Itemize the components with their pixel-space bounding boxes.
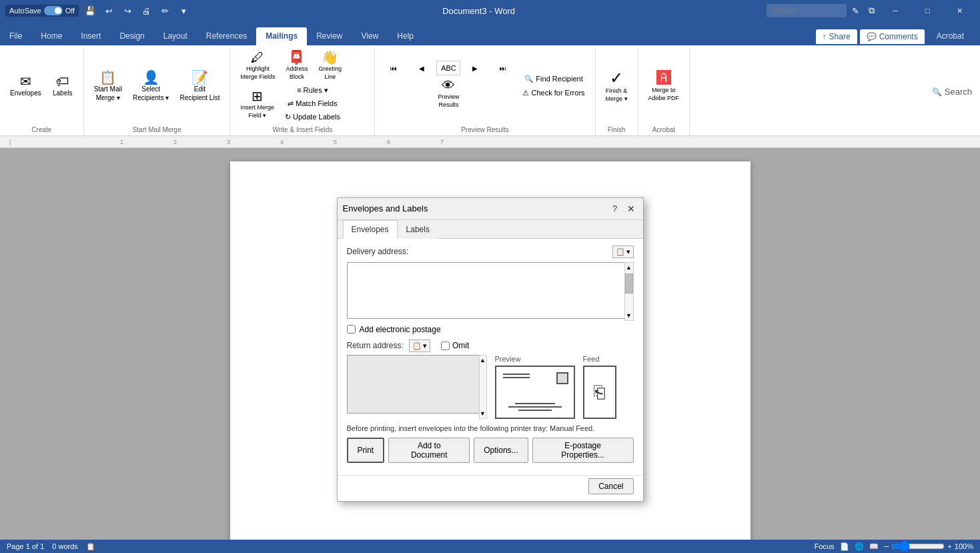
addr-line-1	[515, 403, 555, 404]
tab-insert[interactable]: Insert	[71, 27, 110, 45]
comments-button[interactable]: 💬Comments	[860, 29, 925, 44]
return-line-2	[503, 377, 530, 378]
redo-icon[interactable]: ↪	[120, 3, 135, 18]
return-preview-area: ▲ ▼ Preview	[347, 355, 634, 419]
pen-icon[interactable]: ✎	[848, 3, 863, 18]
titlebar-search-input[interactable]	[767, 4, 847, 17]
return-address-input[interactable]	[347, 355, 487, 414]
start-mail-merge-buttons: 📋 Start Mail Merge ▾ 👤 Select Recipients…	[89, 48, 225, 123]
next-button[interactable]: ▶	[462, 61, 488, 75]
dialog-close-button[interactable]: ✕	[624, 202, 638, 215]
restore-icon[interactable]: ⧉	[864, 3, 879, 18]
highlight-merge-icon: 🖊	[251, 51, 264, 64]
delivery-address-input[interactable]	[347, 262, 634, 319]
tab-layout[interactable]: Layout	[154, 27, 197, 45]
update-labels-button[interactable]: ↻ Update Labels	[280, 111, 345, 123]
close-button[interactable]: ✕	[944, 0, 975, 21]
print-button[interactable]: Print	[347, 438, 385, 463]
tab-view[interactable]: View	[352, 27, 388, 45]
address-block-button[interactable]: 📮 Address Block	[281, 48, 312, 83]
tab-home[interactable]: Home	[31, 27, 71, 45]
dialog-overlay: Envelopes and Labels ? ✕ Envelopes Label…	[0, 148, 980, 550]
dialog-body: Delivery address: 📋 ▾ ▲	[338, 239, 643, 475]
tab-acrobat[interactable]: Acrobat	[927, 27, 973, 45]
save-icon[interactable]: 💾	[83, 3, 97, 18]
return-scroll-down[interactable]: ▼	[478, 409, 488, 418]
check-errors-button[interactable]: ⚠ Check for Errors	[518, 87, 589, 99]
return-scroll-up[interactable]: ▲	[478, 356, 488, 365]
stamp-area	[556, 372, 568, 384]
preview-section: Preview	[495, 355, 575, 419]
scroll-thumb[interactable]	[625, 273, 633, 294]
greeting-line-button[interactable]: 👋 Greeting Line	[314, 48, 347, 83]
search-label[interactable]: Search	[945, 87, 972, 97]
insert-merge-field-button[interactable]: ⊞ Insert Merge Field ▾	[235, 87, 279, 121]
tab-file[interactable]: File	[0, 27, 31, 45]
touch-icon[interactable]: ✏	[157, 3, 172, 18]
e-postage-button[interactable]: E-postage Properties...	[532, 438, 634, 463]
ribbon-tabs: File Home Insert Design Layout Reference…	[0, 21, 980, 45]
tab-help[interactable]: Help	[388, 27, 423, 45]
dialog-help-button[interactable]: ?	[608, 202, 622, 215]
envelope-preview	[495, 366, 575, 419]
scroll-down-arrow[interactable]: ▼	[624, 311, 634, 320]
rules-button[interactable]: ≡ Rules ▾	[280, 84, 345, 97]
feed-preview: ⎗	[583, 366, 616, 419]
envelopes-button[interactable]: ✉ Envelopes	[5, 72, 46, 99]
merge-to-adobe-button[interactable]: 🅰 Merge to Adobe PDF	[644, 68, 684, 104]
next-record-button[interactable]: ⏭	[490, 61, 516, 75]
preview-results-icon: 👁	[442, 79, 455, 92]
maximize-button[interactable]: □	[912, 0, 943, 21]
share-button[interactable]: ↑Share	[816, 29, 857, 44]
prev-record-button[interactable]: ⏮	[380, 61, 407, 75]
finish-merge-icon: ✓	[610, 70, 623, 86]
select-recipients-button[interactable]: 👤 Select Recipients ▾	[128, 68, 173, 104]
main-area: Envelopes and Labels ? ✕ Envelopes Label…	[0, 148, 980, 550]
return-address-book-button[interactable]: 📋 ▾	[409, 340, 430, 352]
minimize-button[interactable]: ─	[880, 0, 911, 21]
options-button[interactable]: Options...	[474, 438, 528, 463]
autosave-toggle-pill[interactable]	[44, 6, 63, 15]
acrobat-label: Acrobat	[652, 123, 675, 135]
address-book-icon: 📋	[616, 247, 625, 256]
tab-references[interactable]: References	[197, 27, 256, 45]
return-address-icon: 📋	[412, 342, 422, 350]
print-icon[interactable]: 🖨	[139, 3, 153, 18]
acrobat-buttons: 🅰 Merge to Adobe PDF	[644, 48, 684, 123]
tab-labels[interactable]: Labels	[398, 220, 438, 239]
labels-button[interactable]: 🏷 Labels	[47, 72, 78, 99]
add-postage-checkbox[interactable]	[347, 325, 356, 334]
add-postage-row: Add electronic postage	[347, 325, 634, 334]
scroll-up-arrow[interactable]: ▲	[624, 263, 634, 272]
tab-design[interactable]: Design	[110, 27, 153, 45]
cancel-button[interactable]: Cancel	[588, 478, 633, 494]
omit-checkbox[interactable]	[441, 342, 450, 350]
ribbon-group-create: ✉ Envelopes 🏷 Labels Create	[0, 48, 84, 135]
greeting-line-icon: 👋	[322, 51, 338, 64]
record-number[interactable]: ABC	[436, 61, 460, 75]
delivery-scrollbar: ▲ ▼	[624, 262, 634, 321]
ribbon: File Home Insert Design Layout Reference…	[0, 21, 980, 136]
undo-icon[interactable]: ↩	[101, 3, 116, 18]
tab-mailings[interactable]: Mailings	[256, 27, 307, 45]
finish-merge-button[interactable]: ✓ Finish & Merge ▾	[601, 67, 632, 105]
ribbon-group-start-mail-merge: 📋 Start Mail Merge ▾ 👤 Select Recipients…	[84, 48, 231, 135]
preview-results-button[interactable]: 👁 Preview Results	[433, 76, 464, 111]
dialog-tabs: Envelopes Labels	[338, 220, 643, 239]
edit-recipient-list-button[interactable]: 📝 Edit Recipient List	[175, 68, 224, 104]
add-to-document-button[interactable]: Add to Document	[388, 438, 470, 463]
info-text: Before printing, insert envelopes into t…	[347, 424, 634, 432]
match-fields-button[interactable]: ⇌ Match Fields	[280, 97, 345, 110]
address-book-button[interactable]: 📋 ▾	[612, 245, 634, 258]
autosave-toggle[interactable]: AutoSave Off	[5, 5, 79, 17]
more-tb-icon[interactable]: ▾	[176, 3, 191, 18]
highlight-merge-button[interactable]: 🖊 Highlight Merge Fields	[235, 48, 280, 83]
tab-review[interactable]: Review	[307, 27, 352, 45]
addr-line-3	[518, 410, 552, 411]
start-mail-merge-button[interactable]: 📋 Start Mail Merge ▾	[89, 68, 127, 104]
return-line-1	[503, 374, 530, 375]
prev-button[interactable]: ◀	[408, 61, 435, 75]
find-recipient-button[interactable]: 🔍 Find Recipient	[518, 73, 589, 85]
document-area: Envelopes and Labels ? ✕ Envelopes Label…	[0, 148, 980, 550]
tab-envelopes[interactable]: Envelopes	[343, 220, 398, 239]
